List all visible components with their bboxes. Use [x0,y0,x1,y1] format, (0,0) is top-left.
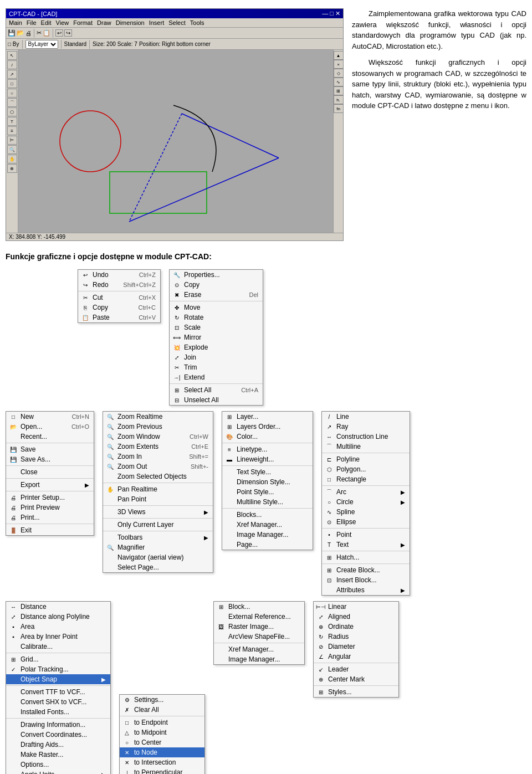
insert-xrefmanager[interactable]: Xref Manager... [214,644,304,654]
menu-blocks[interactable]: Blocks... [222,510,313,520]
snap-endpoint[interactable]: □ to Endpoint [120,717,204,727]
tb-icon4[interactable]: ✂ [37,29,42,37]
tb-icon5[interactable]: 📋 [43,29,50,37]
menu-recent[interactable]: Recent... [6,432,94,442]
insert-arcviewshape[interactable]: ArcView ShapeFile... [214,632,304,642]
menu-drawinginfo[interactable]: Drawing Information... [6,720,110,730]
menu-join[interactable]: ⤢ Join [170,352,263,362]
menu-ray[interactable]: ↗ Ray [322,422,410,432]
menu-layer[interactable]: ⊞ Layer... [222,412,313,422]
menu-printersetup[interactable]: 🖨 Printer Setup... [6,493,94,503]
menu-multilinestyle[interactable]: Multiline Style... [222,497,313,507]
menu-objectsnap[interactable]: Object Snap ▶ [6,674,110,684]
menu-layersorder[interactable]: ⊞ Layers Order... [222,422,313,432]
menu-3dviews[interactable]: 3D Views ▶ [103,507,213,517]
menu-imagemanager-fmt[interactable]: Image Manager... [222,530,313,540]
menu-main[interactable]: Main [9,19,22,26]
menu-format[interactable]: Format [73,19,93,26]
tool-right4[interactable]: ∿ [334,78,344,86]
tb-icon1[interactable]: 💾 [8,29,16,37]
menu-draftingaids[interactable]: Drafting Aids... [6,740,110,750]
menu-magnifier[interactable]: 🔍 Magnifier [103,542,213,552]
tool-right3[interactable]: ◇ [334,69,344,78]
tool-zoom[interactable]: 🔍 [7,145,17,154]
menu-zoomout[interactable]: 🔍 Zoom Out Shift+- [103,462,213,471]
menu-extend[interactable]: →| Extend [170,372,263,382]
dim-linear[interactable]: ⊢⊣ Linear [314,602,398,612]
insert-block[interactable]: ⊞ Block... [214,602,304,612]
menu-printpreview[interactable]: 🖨 Print Preview [6,503,94,512]
menu-angleunits[interactable]: Angle Units ▶ [6,770,110,774]
insert-externalref[interactable]: External Reference... [214,612,304,622]
tb-icon6[interactable]: ↩ [55,29,63,37]
menu-explode[interactable]: 💥 Explode [170,342,263,352]
menu-rotate[interactable]: ↻ Rotate [170,312,263,322]
menu-dimension[interactable]: Dimension [116,19,145,26]
menu-trim[interactable]: ✂ Trim [170,362,263,372]
dim-aligned[interactable]: ⤢ Aligned [314,612,398,622]
tool-text[interactable]: T [7,117,17,126]
menu-zoomprevious[interactable]: 🔍 Zoom Previous [103,422,213,432]
snap-settings[interactable]: ⚙ Settings... [120,695,204,705]
dim-centermark[interactable]: ⊕ Center Mark [314,674,398,684]
menu-undo[interactable]: ↩ Undo Ctrl+Z [78,270,160,280]
menu-copy-edit[interactable]: ⎘ Copy Ctrl+C [78,303,160,312]
menu-select[interactable]: Select [168,19,186,26]
menu-rectangle[interactable]: □ Rectangle [322,474,410,484]
menu-areabyinner[interactable]: ▪ Area by Inner Point [6,632,110,642]
menu-navigator[interactable]: Navigator (aerial view) [103,552,213,562]
menu-zoomwindow[interactable]: 🔍 Zoom Window Ctrl+W [103,432,213,442]
dim-ordinate[interactable]: ⊕ Ordinate [314,622,398,632]
snap-center[interactable]: ○ to Center [120,737,204,747]
menu-line[interactable]: / Line [322,412,410,422]
menu-move[interactable]: ✤ Move [170,303,263,312]
menu-edit[interactable]: Edit [41,19,52,26]
menu-paste[interactable]: 📋 Paste Ctrl+V [78,312,160,322]
menu-linetype[interactable]: ≡ Linetype... [222,444,313,454]
menu-saveas[interactable]: 💾 Save As... [6,454,94,464]
menu-hatch[interactable]: ⊞ Hatch... [322,552,410,562]
menu-view[interactable]: View [56,19,69,26]
menu-zoomrealtime[interactable]: 🔍 Zoom Realtime [103,412,213,422]
tool-hatch[interactable]: ≡ [7,126,17,135]
menu-options[interactable]: Options... [6,760,110,770]
menu-draw[interactable]: Draw [97,19,111,26]
menu-dimstyle[interactable]: Dimension Style... [222,477,313,487]
menu-polygon[interactable]: ⬡ Polygon... [322,464,410,474]
tool-line[interactable]: / [7,60,17,69]
menu-onlycurrent[interactable]: Only Current Layer [103,520,213,530]
menu-redo[interactable]: ↪ Redo Shift+Ctrl+Z [78,280,160,290]
snap-midpoint[interactable]: △ to Midpoint [120,727,204,737]
menu-open[interactable]: 📂 Open... Ctrl+O [6,422,94,432]
menu-attributes[interactable]: Attributes ▶ [322,585,410,595]
menu-unselectall[interactable]: ⊟ Unselect All [170,395,263,405]
menu-convertttf[interactable]: Convert TTF to VCF... [6,687,110,697]
menu-polyline[interactable]: ⊏ Polyline [322,454,410,464]
menu-properties[interactable]: 🔧 Properties... [170,270,263,280]
menu-spline[interactable]: ∿ Spline [322,507,410,517]
menu-xrefmanager-fmt[interactable]: Xref Manager... [222,520,313,530]
menu-lineweight[interactable]: ▬ Lineweight... [222,454,313,464]
tool-dim[interactable]: ⊢ [7,136,17,145]
tool-circle[interactable]: ○ [7,89,17,98]
menu-insert[interactable]: Insert [149,19,165,26]
menu-exit[interactable]: 🚪 Exit [6,525,94,535]
menu-erase[interactable]: ✖ Erase Del [170,290,263,300]
tool-right6[interactable]: h. [334,95,344,104]
menu-point[interactable]: • Point [322,530,410,540]
tb-layer-select[interactable]: ByLayer [25,40,58,49]
menu-scale[interactable]: ⊡ Scale [170,322,263,332]
menu-installedfonts[interactable]: Installed Fonts... [6,707,110,717]
menu-zoomselected[interactable]: Zoom Selected Objects [103,471,213,481]
menu-save[interactable]: 💾 Save [6,444,94,454]
tool-rect[interactable]: □ [7,79,17,88]
menu-new[interactable]: □ New Ctrl+N [6,412,94,422]
menu-arc[interactable]: ⌒ Arc ▶ [322,487,410,497]
tool-snap[interactable]: ⊕ [7,164,17,173]
tool-poly[interactable]: ⬡ [7,107,17,116]
menu-tools[interactable]: Tools [190,19,204,26]
dim-leader[interactable]: ↙ Leader [314,664,398,674]
menu-color[interactable]: 🎨 Color... [222,432,313,442]
tool-pan[interactable]: ✋ [7,155,17,163]
menu-toolbars[interactable]: Toolbars ▶ [103,532,213,542]
